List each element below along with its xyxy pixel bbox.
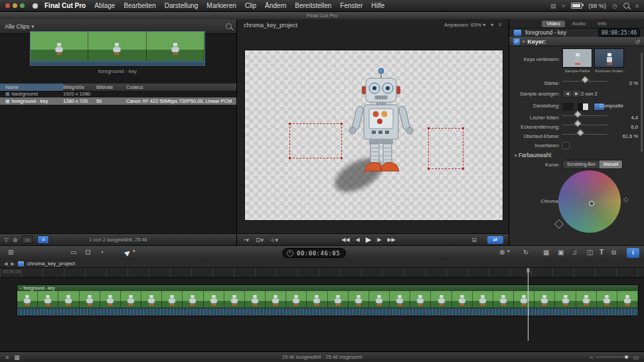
- menu-item-ändern[interactable]: Ändern: [265, 2, 286, 9]
- search-icon[interactable]: [226, 23, 232, 29]
- film-frame[interactable]: [38, 291, 58, 308]
- keyer-section-header[interactable]: ✓ ▾ Keyer: ↺: [509, 37, 644, 46]
- film-frame[interactable]: [307, 291, 327, 308]
- film-frame[interactable]: [576, 291, 597, 308]
- sample-next-button[interactable]: ▶: [572, 90, 581, 97]
- retime-menu-icon[interactable]: ◔▾: [242, 236, 249, 244]
- timecode-display[interactable]: 00:00:46:05: [282, 248, 346, 258]
- view-original-icon[interactable]: [562, 103, 574, 111]
- tools-menu-caret-icon[interactable]: ▾: [507, 249, 510, 254]
- skip-back-button[interactable]: ◀◀: [341, 237, 349, 243]
- keyboard-layout-icon[interactable]: ▤: [550, 3, 556, 9]
- two-up-view-icon[interactable]: ⊟: [471, 236, 477, 244]
- film-frame[interactable]: [431, 291, 451, 308]
- playhead-handle[interactable]: [526, 268, 530, 273]
- film-frame[interactable]: [80, 291, 100, 308]
- zoom-in-icon[interactable]: ▭: [633, 353, 639, 361]
- viewer-canvas[interactable]: [244, 50, 503, 221]
- film-frame[interactable]: [534, 291, 555, 308]
- event-clip-filmstrip[interactable]: [30, 31, 205, 66]
- film-frame[interactable]: [328, 291, 349, 308]
- film-frame[interactable]: [183, 291, 203, 308]
- film-frame[interactable]: [31, 32, 88, 61]
- color-selection-header[interactable]: ▾ Farbauswahl:: [515, 152, 552, 158]
- frame-forward-button[interactable]: ▶: [377, 237, 381, 243]
- film-frame[interactable]: [204, 291, 224, 308]
- keyword-editor-icon[interactable]: ⊡: [85, 249, 90, 256]
- chroma-sample-box-left[interactable]: [289, 123, 342, 158]
- film-frame[interactable]: [17, 291, 38, 308]
- zoom-slider[interactable]: [596, 355, 630, 359]
- film-frame[interactable]: [286, 291, 307, 308]
- manual-button[interactable]: Manuell: [600, 160, 623, 168]
- photos-browser-icon[interactable]: ▣: [558, 249, 564, 256]
- menu-item-clip[interactable]: Clip: [245, 2, 256, 9]
- zoom-out-icon[interactable]: ▭: [590, 353, 594, 361]
- chroma-wheel-marker[interactable]: [589, 201, 594, 206]
- spill-level-slider[interactable]: [562, 132, 607, 137]
- history-back-icon[interactable]: ◀: [4, 261, 7, 267]
- apple-menu-icon[interactable]: [33, 3, 38, 9]
- keyer-enabled-checkbox[interactable]: ✓: [513, 38, 520, 45]
- edges-tool[interactable]: Konturen finden: [594, 48, 624, 73]
- inspector-toggle-button[interactable]: i: [627, 248, 639, 258]
- menu-item-darstellung[interactable]: Darstellung: [165, 2, 199, 9]
- film-frame[interactable]: [369, 291, 390, 308]
- tab-video[interactable]: Video: [542, 21, 564, 27]
- film-frame[interactable]: [141, 291, 162, 308]
- scrubbing-box-button[interactable]: Scrubbing-Box: [563, 160, 600, 168]
- play-button[interactable]: ▶: [366, 235, 371, 244]
- menu-item-fenster[interactable]: Fenster: [340, 2, 362, 9]
- strength-slider[interactable]: [562, 79, 607, 84]
- menu-item-bereitstellen[interactable]: Bereitstellen: [295, 2, 331, 9]
- film-frame[interactable]: [100, 291, 121, 308]
- viewer-options-icon[interactable]: ≡: [499, 22, 502, 28]
- film-frame[interactable]: [224, 291, 245, 308]
- fill-holes-slider[interactable]: [562, 113, 607, 118]
- tab-info[interactable]: Info: [593, 21, 611, 27]
- film-frame[interactable]: [617, 291, 638, 308]
- sample-prev-button[interactable]: ◀: [563, 90, 572, 97]
- clip-filter-popup[interactable]: Alle Clips ▾: [5, 23, 35, 30]
- titles-browser-icon[interactable]: T: [600, 249, 604, 256]
- looping-icon[interactable]: ↻: [523, 249, 528, 256]
- timeline-ruler[interactable]: 00:00:00: [0, 268, 644, 278]
- select-tool-icon[interactable]: ▶: [123, 248, 131, 257]
- battery-icon[interactable]: [571, 3, 582, 9]
- close-window-button[interactable]: [5, 3, 10, 8]
- notification-center-icon[interactable]: ≡: [635, 3, 639, 9]
- film-frame[interactable]: [88, 32, 146, 61]
- film-frame[interactable]: [514, 291, 534, 308]
- tools-menu-icon[interactable]: ⊗: [499, 249, 505, 256]
- crop-menu-icon[interactable]: ⊡▾: [256, 236, 264, 244]
- menu-item-hilfe[interactable]: Hilfe: [371, 2, 384, 9]
- film-frame[interactable]: [597, 291, 617, 308]
- film-frame[interactable]: [493, 291, 514, 308]
- menu-item-bearbeiten[interactable]: Bearbeiten: [123, 2, 155, 9]
- menu-item-app[interactable]: Final Cut Pro: [44, 2, 86, 9]
- minimize-window-button[interactable]: [13, 3, 17, 8]
- viewer-overlay-menu-icon[interactable]: ▾: [491, 22, 493, 28]
- wifi-icon[interactable]: ≈: [562, 3, 565, 9]
- media-tools-icon[interactable]: ⊞: [8, 249, 13, 256]
- film-frame[interactable]: [245, 291, 266, 308]
- skip-forward-button[interactable]: ▶▶: [387, 237, 395, 243]
- transform-menu-icon[interactable]: ⊹▾: [270, 236, 278, 244]
- film-frame[interactable]: [121, 291, 141, 308]
- film-frame[interactable]: [162, 291, 183, 308]
- menu-item-markieren[interactable]: Markieren: [206, 2, 236, 9]
- film-frame[interactable]: [266, 291, 286, 308]
- timeline-clip-foreground-key[interactable]: ▪ foreground - key: [17, 284, 639, 316]
- tab-audio[interactable]: Audio: [568, 21, 590, 27]
- import-media-icon[interactable]: ▭: [70, 249, 76, 256]
- chroma-color-wheel[interactable]: [558, 170, 621, 233]
- menu-item-ablage[interactable]: Ablage: [94, 2, 115, 9]
- film-frame[interactable]: [349, 291, 369, 308]
- spotlight-icon[interactable]: [623, 3, 629, 9]
- keyer-reset-icon[interactable]: ↺: [635, 38, 640, 45]
- invert-checkbox[interactable]: [562, 142, 570, 149]
- film-frame[interactable]: [147, 32, 204, 61]
- table-row-foreground-key[interactable]: ▦foreground - key 1280 x 720 50 Canon XF…: [0, 97, 236, 105]
- themes-browser-icon[interactable]: ⧉: [611, 249, 616, 257]
- chroma-sample-box-right[interactable]: [428, 128, 463, 169]
